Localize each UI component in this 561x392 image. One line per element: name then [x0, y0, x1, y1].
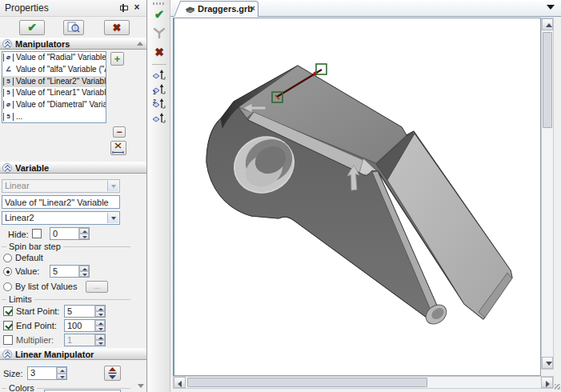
apply-button[interactable]: ✔ [19, 20, 45, 35]
tab-label: Draggers.grb [198, 4, 253, 14]
document-tab[interactable]: Draggers.grb × [180, 1, 258, 17]
move-manipulator-2-tool-button[interactable]: 2 [151, 98, 167, 112]
horizontal-scrollbar[interactable] [173, 376, 554, 389]
scroll-right-button[interactable] [541, 377, 553, 388]
default-size-button[interactable] [104, 366, 121, 381]
resize-grip[interactable] [554, 378, 561, 390]
panel-title: Properties [5, 2, 49, 14]
hide-checkbox[interactable] [32, 229, 42, 238]
up-arrow-icon [546, 23, 552, 27]
section-header-manipulators[interactable]: Manipulators [0, 38, 147, 50]
by-list-radio[interactable] [3, 282, 12, 291]
panel-scroll-down-icon[interactable] [138, 384, 144, 388]
size-spinner[interactable]: 3 [27, 366, 67, 380]
branch-tool-button-disabled [151, 26, 167, 41]
end-point-spinner[interactable]: 100 [64, 319, 106, 332]
spin-up-button[interactable] [79, 228, 89, 234]
remove-manipulator-button[interactable]: − [113, 126, 126, 138]
horizontal-scroll-thumb[interactable] [187, 378, 427, 387]
spin-down-button[interactable] [57, 374, 66, 380]
list-item[interactable]: ∠ Value of "alfa" Variable ("Angu [2, 64, 106, 76]
spin-up-button[interactable] [57, 367, 66, 374]
right-arrow-icon [546, 381, 550, 387]
value-radio[interactable] [3, 267, 12, 276]
manipulator-name-input[interactable]: Value of "Linear2" Variable [2, 195, 120, 209]
angular-manipulator-icon: ∠ [3, 66, 14, 74]
left-arrow-icon [178, 381, 182, 387]
list-item-selected[interactable]: 5 Value of "Linear2" Variable ("L [2, 76, 106, 88]
variable-select[interactable]: Linear2 [2, 211, 120, 225]
spin-up-button[interactable] [79, 266, 89, 271]
move-manipulator-axis-tool-button[interactable] [151, 112, 167, 126]
ok-button[interactable]: ✔ [151, 7, 167, 22]
move-manipulator-1-tool-button[interactable]: 1 [151, 83, 167, 98]
cancel-button[interactable]: ✖ [104, 20, 130, 35]
up-down-arrows-icon [107, 367, 118, 379]
spin-down-button[interactable] [95, 311, 105, 317]
spinner-value: 5 [67, 306, 94, 317]
list-item[interactable]: 5 ... [2, 111, 106, 123]
spin-up-button[interactable] [95, 306, 105, 311]
start-point-label: Start Point: [16, 306, 59, 316]
tab-close-button[interactable]: × [250, 3, 255, 13]
panel-titlebar: Properties × [0, 0, 146, 17]
spinner-value: 1 [67, 335, 94, 346]
spin-up-button[interactable] [95, 320, 105, 326]
list-item[interactable]: ⌀ Value of "Radial" Variable ("Ra [2, 52, 106, 64]
multiplier-label: Multiplier: [16, 335, 54, 345]
list-item-label: Value of "Linear2" Variable ("L [16, 77, 106, 86]
vertical-scroll-thumb[interactable] [543, 32, 552, 128]
section-header-variable[interactable]: Variable [0, 162, 147, 174]
scroll-up-button[interactable] [542, 18, 553, 30]
toolbar-grip[interactable] [153, 2, 166, 5]
spinner-value: 5 [53, 266, 78, 277]
spin-down-button[interactable] [95, 326, 105, 331]
value-spinner[interactable]: 5 [50, 265, 90, 278]
selected-type: Linear [5, 181, 30, 190]
colors-group-label: Colors [6, 383, 37, 392]
start-point-spinner[interactable]: 5 [64, 305, 106, 318]
axis-move-icon [152, 112, 166, 125]
collapse-icon[interactable] [2, 163, 12, 173]
collapse-icon[interactable] [2, 39, 12, 49]
manipulator-type-select: Linear [2, 179, 120, 193]
tab-list-dropdown-icon[interactable] [547, 5, 555, 10]
move-manipulator-tool-button[interactable] [151, 69, 167, 83]
model-viewport[interactable] [173, 18, 541, 376]
list-item[interactable]: 5 Value of "Linear1" Variable ("L [2, 87, 106, 99]
list-item[interactable]: ⌀ Value of "Diametral" Variable ( [2, 99, 106, 111]
toolbar-separator [152, 64, 166, 65]
vertical-scrollbar[interactable] [541, 18, 554, 370]
multiplier-checkbox[interactable] [3, 335, 13, 345]
cancel-button[interactable]: ✖ [151, 46, 167, 60]
scroll-up-icon[interactable] [137, 42, 143, 46]
add-manipulator-button[interactable]: + [110, 52, 124, 66]
3d-model[interactable] [174, 18, 540, 375]
multiplier-spinner: 1 [64, 334, 106, 346]
panel-close-button[interactable]: × [131, 2, 142, 14]
list-item-label: Value of "Linear1" Variable ("L [16, 88, 106, 97]
delete-all-manipulators-button[interactable] [110, 141, 126, 155]
scroll-down-button[interactable] [542, 357, 553, 369]
section-header-linear-manipulator[interactable]: Linear Manipulator [0, 348, 147, 360]
pin-icon[interactable] [118, 3, 127, 14]
spinner-value: 100 [67, 321, 94, 331]
start-point-checkbox[interactable] [3, 306, 13, 316]
value-radio-label[interactable]: Value: [15, 266, 39, 276]
selected-variable: Linear2 [5, 213, 34, 222]
spin-down-button[interactable] [79, 234, 89, 239]
hide-spinner[interactable]: 0 [50, 227, 90, 240]
check-icon: ✔ [27, 21, 37, 34]
end-point-checkbox[interactable] [3, 321, 13, 330]
values-list-button[interactable]: ... [86, 281, 108, 293]
manipulator-point[interactable] [313, 71, 317, 75]
default-radio-label[interactable]: Default [15, 253, 43, 262]
manipulators-list: ⌀ Value of "Radial" Variable ("Ra ∠ Valu… [2, 51, 106, 123]
preview-button[interactable] [63, 20, 84, 35]
by-list-radio-label[interactable]: By list of Values [15, 282, 77, 291]
default-radio[interactable] [3, 254, 12, 262]
section-title: Linear Manipulator [15, 350, 94, 359]
scroll-left-button[interactable] [174, 377, 186, 388]
collapse-icon[interactable] [2, 350, 12, 359]
spin-down-button[interactable] [79, 271, 89, 277]
